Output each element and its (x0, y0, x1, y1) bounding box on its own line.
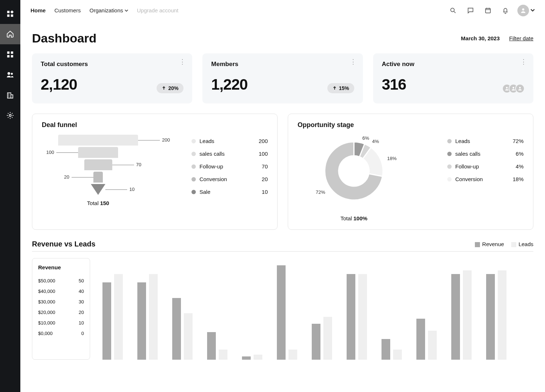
opportunity-stage-panel: Opportunity stage 6%4%18%72% Total 100% … (288, 114, 533, 230)
axis-row: $40,00040 (38, 286, 84, 297)
legend-row: Sale10 (191, 185, 268, 198)
rail-dashboard[interactable] (0, 44, 20, 65)
trend-value: 20% (168, 85, 178, 91)
bell-icon (502, 7, 509, 14)
trend-chip: 20% (157, 83, 183, 93)
leads-bar (149, 274, 158, 360)
rail-logo[interactable] (0, 4, 20, 24)
panel-title: Opportunity stage (298, 121, 524, 129)
donut-total: Total 100% (298, 215, 410, 221)
svg-point-11 (451, 8, 454, 12)
svg-rect-12 (485, 8, 490, 13)
rail-settings[interactable] (0, 105, 20, 126)
notifications-button[interactable] (499, 4, 512, 17)
trend-value: 15% (339, 85, 349, 91)
funnel-legend: Leads200sales calls100Follow-up70Convers… (191, 135, 268, 198)
axis-row: $50,00050 (38, 275, 84, 286)
leads-bar (463, 270, 472, 360)
leads-bar (114, 274, 123, 360)
people-icon (6, 71, 14, 79)
person-icon (520, 7, 526, 14)
svg-point-13 (522, 8, 524, 11)
rail-customers[interactable] (0, 65, 20, 85)
rail-home[interactable] (0, 24, 20, 44)
search-icon (449, 7, 457, 14)
current-date: March 30, 2023 (461, 35, 500, 41)
svg-rect-4 (7, 52, 9, 54)
page-title: Dashboard (32, 31, 97, 45)
bar-pair (207, 332, 227, 360)
revenue-bar (416, 319, 425, 360)
svg-point-15 (513, 87, 514, 89)
bar-pair (102, 274, 123, 360)
nav-upgrade[interactable]: Upgrade account (137, 7, 178, 13)
leads-bar (184, 313, 193, 360)
building-icon (6, 91, 14, 99)
stat-card-active-now: ⋮ Active now 316 (373, 53, 533, 103)
leads-bar (288, 350, 297, 360)
stat-title: Members (211, 61, 354, 68)
messages-button[interactable] (464, 4, 477, 17)
axis-row: $30,00030 (38, 297, 84, 307)
search-button[interactable] (447, 4, 459, 17)
donut-legend: Leads72%sales calls6%Follow-up4%Conversi… (447, 135, 524, 185)
bar-pair (172, 298, 193, 360)
chat-icon (467, 7, 474, 14)
legend-row: sales calls6% (447, 147, 524, 160)
stat-title: Total customers (41, 61, 183, 68)
donut-chart: 6%4%18%72% (298, 135, 410, 215)
bar-pair (382, 339, 402, 360)
revenue-bar (347, 274, 355, 360)
avatar-icon (515, 84, 525, 93)
user-avatar[interactable] (517, 5, 529, 16)
axis-title: Revenue (38, 264, 84, 270)
bar-pair (451, 270, 472, 360)
svg-rect-1 (11, 10, 14, 13)
leads-bar (393, 350, 402, 360)
arrow-up-icon (332, 86, 337, 90)
revenue-bar (102, 282, 111, 360)
revenue-bar (242, 356, 251, 360)
funnel-chart: 200100702010 (42, 135, 154, 199)
grid-icon (6, 10, 14, 18)
bar-pair (312, 317, 332, 360)
rvl-title: Revenue vs Leads (32, 240, 96, 248)
legend-row: Leads200 (191, 135, 268, 147)
nav-organizations[interactable]: Organizations (89, 7, 128, 13)
card-menu-button[interactable]: ⋮ (179, 60, 186, 64)
filter-date-link[interactable]: Filter date (509, 35, 533, 41)
gear-icon (6, 111, 14, 119)
card-menu-button[interactable]: ⋮ (520, 60, 527, 64)
panel-title: Deal funnel (42, 121, 268, 129)
svg-point-8 (8, 72, 10, 75)
leads-bar (358, 274, 367, 360)
svg-rect-6 (7, 55, 9, 57)
trend-chip: 15% (327, 83, 354, 93)
stat-card-members: ⋮ Members 1,220 15% (202, 53, 363, 103)
stat-value: 316 (382, 76, 406, 93)
svg-rect-7 (11, 55, 13, 57)
nav-customers[interactable]: Customers (54, 7, 81, 13)
calendar-button[interactable] (482, 4, 494, 17)
top-nav: Home Customers Organizations Upgrade acc… (20, 0, 545, 21)
chevron-down-icon (125, 9, 128, 12)
legend-revenue: Revenue (475, 241, 504, 247)
bar-pair (416, 319, 437, 360)
revenue-bar (172, 298, 181, 360)
user-menu-caret[interactable] (530, 7, 535, 14)
card-menu-button[interactable]: ⋮ (350, 60, 356, 64)
stat-card-total-customers: ⋮ Total customers 2,120 20% (32, 53, 192, 103)
revenue-bar (137, 282, 146, 360)
nav-home[interactable]: Home (31, 7, 46, 13)
rvl-legend: Revenue Leads (475, 241, 533, 247)
rail-organizations[interactable] (0, 85, 20, 105)
leads-bar (428, 331, 437, 360)
calendar-icon (484, 7, 492, 14)
arrow-up-icon (162, 86, 166, 90)
leads-bar (254, 355, 262, 360)
legend-row: Follow-up70 (191, 160, 268, 173)
legend-leads: Leads (511, 241, 533, 247)
stat-title: Active now (382, 61, 525, 68)
axis-row: $0,0000 (38, 328, 84, 339)
app-rail (0, 0, 20, 392)
